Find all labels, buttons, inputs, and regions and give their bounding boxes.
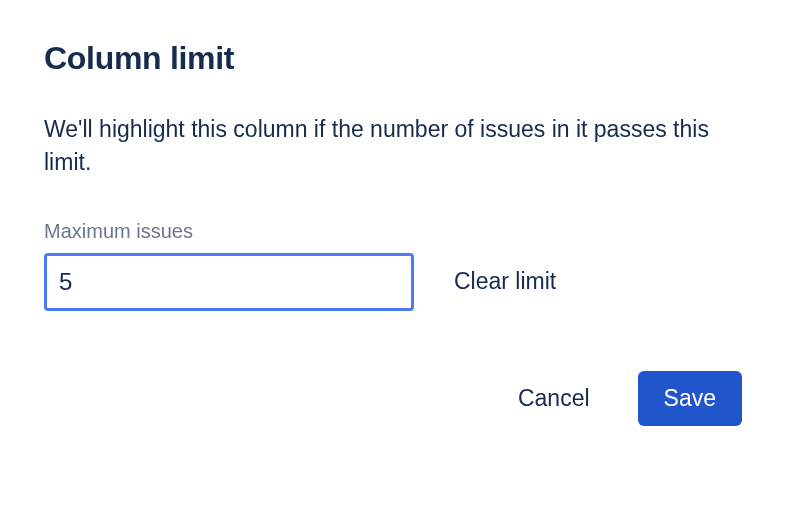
dialog-title: Column limit	[44, 40, 742, 77]
maximum-issues-input[interactable]	[44, 253, 414, 311]
button-row: Cancel Save	[44, 371, 742, 426]
cancel-button[interactable]: Cancel	[498, 371, 610, 426]
save-button[interactable]: Save	[638, 371, 742, 426]
dialog-description: We'll highlight this column if the numbe…	[44, 113, 742, 180]
maximum-issues-label: Maximum issues	[44, 220, 742, 243]
input-row: Clear limit	[44, 253, 742, 311]
clear-limit-button[interactable]: Clear limit	[454, 268, 556, 295]
